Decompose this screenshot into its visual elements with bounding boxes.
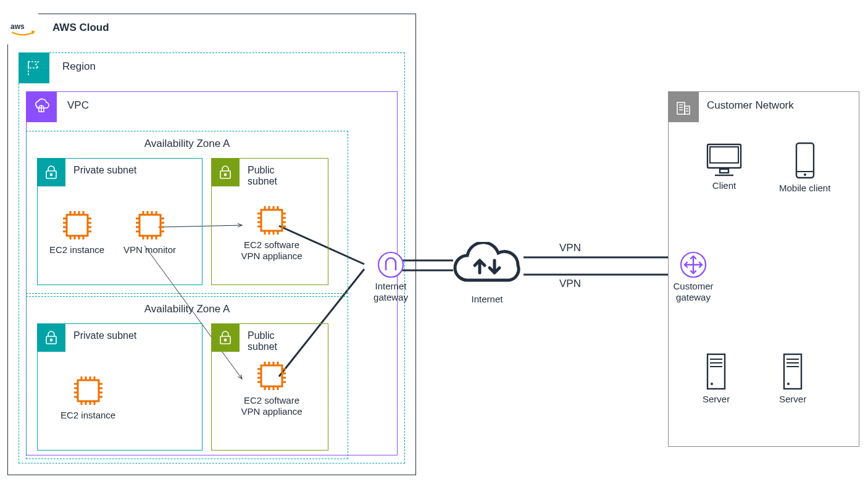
svg-rect-86: [261, 365, 282, 386]
vpc-title: VPC: [67, 99, 89, 112]
mobile-client-node: Mobile client: [779, 141, 830, 194]
svg-text:aws: aws: [10, 22, 25, 31]
svg-rect-69: [78, 380, 99, 401]
svg-point-125: [711, 383, 713, 385]
server-icon: [704, 352, 728, 391]
svg-point-130: [787, 383, 790, 385]
ec2-instance-a-label: EC2 instance: [49, 244, 104, 256]
client-node: Client: [703, 141, 746, 191]
vpn-monitor-label: VPN monitor: [123, 244, 176, 256]
svg-rect-108: [685, 106, 690, 114]
corporate-building-icon: [668, 91, 699, 122]
svg-point-13: [224, 173, 226, 175]
aws-logo-icon: aws: [7, 14, 38, 44]
internet-gateway-node: Internet gateway: [357, 251, 425, 303]
ec2-software-vpn-b-label: EC2 software VPN appliance: [241, 395, 302, 417]
public-subnet-lock-icon: [211, 158, 240, 186]
ec2-icon: [61, 209, 94, 242]
ec2-instance-b-label: EC2 instance: [61, 410, 115, 421]
aws-cloud-title: AWS Cloud: [52, 22, 109, 34]
vpn-monitor-node: VPN monitor: [123, 209, 176, 256]
internet-gateway-icon: [377, 251, 404, 278]
customer-network-frame: Customer Network: [668, 91, 859, 447]
server-2-node: Server: [779, 352, 806, 405]
internet-node: Internet: [447, 242, 527, 305]
public-subnet-b-title: Public subnet: [248, 330, 277, 352]
vpc-icon: [26, 91, 57, 122]
server-2-label: Server: [779, 394, 806, 405]
svg-rect-116: [720, 169, 728, 173]
az-a-title: Availability Zone A: [27, 138, 348, 150]
server-icon: [780, 352, 805, 391]
ec2-software-vpn-b: EC2 software VPN appliance: [228, 359, 315, 417]
ec2-instance-b: EC2 instance: [61, 374, 115, 421]
svg-rect-114: [707, 144, 741, 168]
ec2-software-vpn-a-label: EC2 software VPN appliance: [241, 239, 302, 262]
region-title: Region: [62, 60, 96, 73]
internet-cloud-icon: [448, 242, 527, 291]
svg-rect-35: [140, 215, 161, 236]
svg-rect-115: [710, 147, 738, 163]
ec2-icon: [133, 209, 167, 242]
az-b-title: Availability Zone A: [27, 303, 348, 315]
public-subnet-a-title: Public subnet: [248, 165, 277, 187]
region-flag-icon: [19, 52, 49, 83]
vpn-label-2: VPN: [559, 278, 581, 290]
svg-point-15: [50, 339, 52, 341]
svg-point-120: [804, 173, 806, 176]
ec2-icon: [72, 374, 105, 407]
customer-network-title: Customer Network: [707, 99, 794, 112]
mobile-client-label: Mobile client: [779, 183, 830, 194]
server-1-label: Server: [703, 394, 730, 405]
private-subnet-lock-icon: [37, 158, 65, 186]
internet-label: Internet: [472, 294, 503, 305]
client-label: Client: [712, 180, 736, 191]
svg-rect-118: [796, 143, 814, 178]
internet-gateway-label: Internet gateway: [373, 281, 408, 303]
ec2-icon: [255, 359, 288, 393]
ec2-icon: [255, 204, 288, 237]
svg-point-11: [50, 173, 52, 175]
svg-rect-52: [261, 210, 282, 231]
public-subnet-lock-icon: [211, 323, 240, 352]
private-subnet-lock-icon: [37, 323, 65, 352]
svg-rect-18: [67, 215, 88, 236]
mobile-icon: [791, 141, 819, 180]
private-subnet-b-title: Private subnet: [73, 330, 136, 341]
private-subnet-a-title: Private subnet: [73, 165, 136, 176]
vpn-label-1: VPN: [559, 242, 581, 254]
ec2-software-vpn-a: EC2 software VPN appliance: [228, 204, 315, 262]
server-1-node: Server: [703, 352, 730, 405]
svg-rect-107: [677, 102, 685, 114]
aws-architecture-diagram: aws AWS Cloud Region VPC Availability Zo…: [0, 0, 868, 482]
svg-point-17: [224, 339, 226, 341]
ec2-instance-a: EC2 instance: [49, 209, 104, 256]
svg-point-103: [378, 252, 403, 277]
desktop-icon: [703, 141, 746, 178]
